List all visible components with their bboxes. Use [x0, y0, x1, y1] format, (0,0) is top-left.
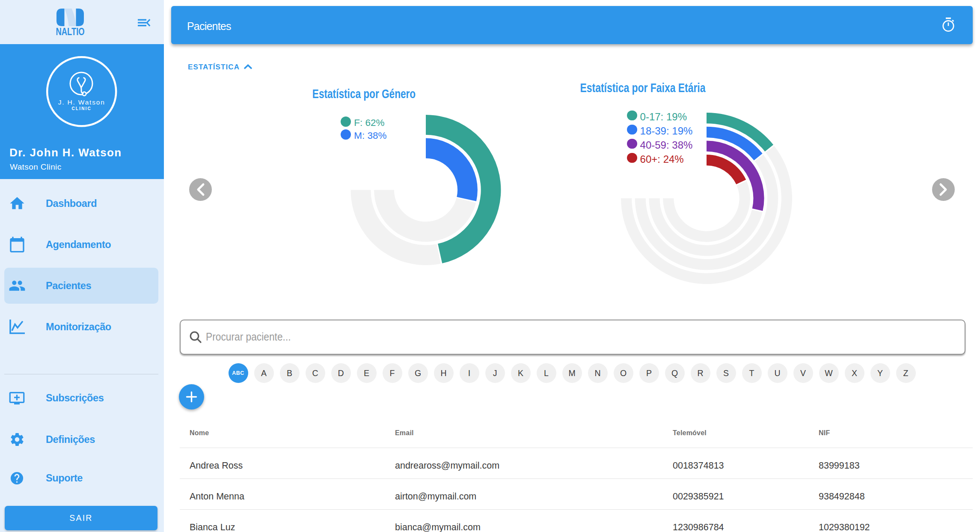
add-to-queue-icon — [5, 390, 29, 406]
alphabet-chip-f[interactable]: F — [383, 363, 402, 383]
sidebar-item-pacientes[interactable]: Pacientes — [4, 268, 158, 304]
sidebar-item-label: Subscrições — [46, 392, 104, 404]
table-divider — [180, 448, 973, 448]
avatar-clinic-subtitle: CLINIC — [71, 106, 92, 111]
sidebar-item-definicoes[interactable]: Definições — [4, 421, 158, 457]
alphabet-chip-p[interactable]: P — [639, 363, 659, 383]
legend-item: 60+: 24% — [627, 152, 683, 164]
search-box: Procurar paciente... — [180, 320, 965, 355]
sidebar-item-agendamento[interactable]: Agendamento — [4, 227, 158, 263]
legend-item: 18-39: 19% — [627, 124, 692, 136]
alphabet-chip-d[interactable]: D — [331, 363, 351, 383]
alphabet-chip-b[interactable]: B — [280, 363, 300, 383]
alphabet-chip-z[interactable]: Z — [896, 363, 916, 383]
legend-dot — [627, 153, 637, 163]
alphabet-chip-a[interactable]: A — [254, 363, 274, 383]
table-cell: Bianca Luz — [190, 522, 235, 532]
legend-item: M: 38% — [341, 129, 386, 140]
alphabet-chip-e[interactable]: E — [357, 363, 377, 383]
alphabet-chip-j[interactable]: J — [485, 363, 505, 383]
alphabet-chip-t[interactable]: T — [742, 363, 762, 383]
table-cell: andreaross@mymail.com — [395, 460, 499, 471]
legend-label: F: 62% — [354, 117, 384, 129]
statistics-section-toggle[interactable]: ESTATÍSTICA — [188, 63, 252, 72]
sidebar-item-label: Definições — [46, 434, 95, 445]
legend-label: 0-17: 19% — [640, 111, 687, 123]
alphabet-chip-g[interactable]: G — [408, 363, 428, 383]
search-input[interactable] — [207, 331, 965, 344]
logout-label: SAIR — [69, 513, 92, 523]
table-cell: 938492848 — [819, 491, 865, 502]
alphabet-chip-c[interactable]: C — [306, 363, 325, 383]
legend-label: M: 38% — [354, 130, 386, 141]
timer-button[interactable] — [940, 16, 957, 33]
sidebar-item-label: Agendamento — [46, 239, 111, 251]
alphabet-chip-u[interactable]: U — [768, 363, 787, 383]
table-cell: 83999183 — [819, 460, 860, 471]
sidebar-item-subscricoes[interactable]: Subscrições — [4, 380, 158, 416]
sidebar-divider — [4, 374, 158, 374]
menu-open-icon[interactable] — [137, 18, 151, 27]
logout-button[interactable]: SAIR — [5, 506, 157, 530]
carousel-prev-button[interactable] — [189, 178, 212, 201]
legend-dot — [627, 125, 637, 134]
legend-label: 60+: 24% — [640, 153, 684, 165]
alphabet-chip-abc[interactable]: ABC — [229, 363, 248, 383]
table-divider — [180, 478, 973, 479]
table-header-email: Email — [395, 429, 414, 437]
alphabet-chip-w[interactable]: W — [819, 363, 839, 383]
alphabet-chip-s[interactable]: S — [716, 363, 736, 383]
add-patient-button[interactable] — [179, 384, 204, 409]
sidebar-item-label: Monitorização — [46, 321, 111, 333]
table-cell: Andrea Ross — [190, 460, 243, 471]
carousel-next-button[interactable] — [932, 178, 955, 201]
profile-name: Dr. John H. Watson — [9, 146, 122, 159]
calendar-icon — [5, 236, 29, 253]
table-header-nome: Nome — [190, 429, 209, 437]
alphabet-chip-m[interactable]: M — [562, 363, 582, 383]
radial-track — [663, 181, 750, 242]
alphabet-chip-l[interactable]: L — [537, 363, 556, 383]
legend-dot — [341, 129, 351, 140]
naltio-logo-icon — [56, 9, 84, 26]
alphabet-chip-h[interactable]: H — [434, 363, 454, 383]
sidebar-item-label: Suporte — [46, 472, 83, 484]
avatar-clinic-name: J. H. Watson — [58, 99, 105, 106]
legend-dot — [341, 117, 351, 127]
alphabet-chip-y[interactable]: Y — [870, 363, 890, 383]
profile-card: J. H. Watson CLINIC Dr. John H. Watson W… — [0, 44, 164, 179]
sidebar-item-dashboard[interactable]: Dashboard — [4, 185, 158, 221]
chevron-right-icon — [932, 178, 955, 201]
alphabet-chip-i[interactable]: I — [460, 363, 479, 383]
home-icon — [5, 195, 29, 212]
brand-text: NALTIO — [36, 26, 104, 38]
help-icon — [5, 471, 29, 486]
logo-bar: NALTIO — [0, 0, 164, 44]
legend-dot — [627, 139, 637, 149]
timer-icon — [940, 17, 956, 33]
alphabet-chip-o[interactable]: O — [614, 363, 633, 383]
line-chart-icon — [5, 319, 29, 335]
plus-icon — [179, 384, 204, 409]
alphabet-chip-n[interactable]: N — [588, 363, 608, 383]
table-cell: 1230986784 — [673, 522, 724, 532]
sidebar-item-label: Pacientes — [46, 280, 91, 292]
alphabet-chip-q[interactable]: Q — [665, 363, 685, 383]
sidebar-item-monitorizacao[interactable]: Monitorização — [4, 309, 158, 345]
legend-label: 40-59: 38% — [640, 139, 693, 151]
legend-item: 0-17: 19% — [627, 110, 687, 122]
page-header: Pacientes — [171, 6, 973, 44]
alphabet-chip-r[interactable]: R — [691, 363, 710, 383]
alphabet-chip-x[interactable]: X — [845, 363, 864, 383]
chevron-left-icon — [189, 178, 212, 201]
table-cell: bianca@mymail.com — [395, 522, 481, 532]
table-divider — [180, 509, 973, 510]
alphabet-chip-k[interactable]: K — [511, 363, 531, 383]
table-header-nif: NIF — [819, 429, 830, 437]
sidebar-item-label: Dashboard — [46, 198, 97, 209]
legend-item: 40-59: 38% — [627, 138, 692, 150]
sidebar-item-suporte[interactable]: Suporte — [4, 460, 158, 496]
legend-label: 18-39: 19% — [640, 125, 693, 137]
alphabet-chip-v[interactable]: V — [793, 363, 813, 383]
statistics-section-label: ESTATÍSTICA — [188, 63, 240, 72]
